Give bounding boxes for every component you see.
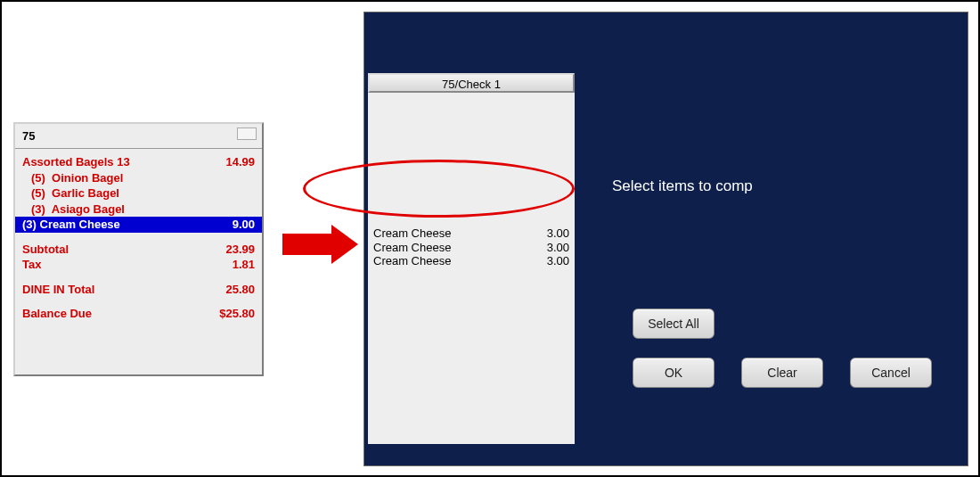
receipt-panel: 75 Assorted Bagels 13 14.99 (5) Oinion B… [13,122,264,376]
comp-item-name: Cream Cheese [373,226,451,241]
comp-line[interactable]: Cream Cheese 3.00 [368,241,575,255]
comp-line[interactable]: Cream Cheese 3.00 [368,226,575,241]
select-all-button[interactable]: Select All [633,308,715,339]
total-label: DINE IN Total [22,282,94,298]
receipt-item-name: (5) Garlic Bagel [22,185,119,201]
receipt-number: 75 [22,129,35,143]
arrow-icon [282,225,358,264]
receipt-item-name: Assorted Bagels 13 [22,154,130,170]
subtotal-label: Subtotal [22,242,69,258]
cancel-button[interactable]: Cancel [850,358,932,388]
check-title: 75/Check 1 [368,73,575,93]
comp-item-price: 3.00 [547,226,569,241]
tax-value: 1.81 [233,257,255,273]
comp-panel: 75/Check 1 Cream Cheese 3.00 Cream Chees… [363,12,968,466]
receipt-header: 75 [15,124,262,149]
receipt-item-price: 14.99 [225,154,255,170]
receipt-subtotal: Subtotal 23.99 [22,242,255,258]
total-value: 25.80 [225,282,255,298]
receipt-total: DINE IN Total 25.80 [22,282,255,298]
balance-label: Balance Due [22,306,92,322]
comp-item-name: Cream Cheese [373,241,451,255]
receipt-item-price: 9.00 [233,217,255,233]
subtotal-value: 23.99 [225,242,255,258]
receipt-line[interactable]: (5) Garlic Bagel [22,185,255,201]
balance-value: $25.80 [219,306,255,322]
receipt-item-name: (3) Asiago Bagel [22,201,125,218]
comp-line[interactable]: Cream Cheese 3.00 [368,254,575,268]
receipt-balance: Balance Due $25.80 [22,306,255,322]
receipt-item-name: (3) Cream Cheese [22,217,120,233]
receipt-line[interactable]: (5) Oinion Bagel [22,170,255,186]
comp-prompt: Select items to comp [612,177,753,195]
receipt-item-name: (5) Oinion Bagel [22,170,123,186]
clear-button[interactable]: Clear [741,358,823,388]
receipt-line[interactable]: Assorted Bagels 13 14.99 [22,154,255,170]
tax-label: Tax [22,257,41,273]
receipt-line-selected[interactable]: (3) Cream Cheese 9.00 [15,217,262,233]
check-column: 75/Check 1 Cream Cheese 3.00 Cream Chees… [368,73,575,444]
comp-item-price: 3.00 [547,241,569,255]
receipt-body: Assorted Bagels 13 14.99 (5) Oinion Bage… [15,149,262,327]
comp-item-price: 3.00 [547,254,569,268]
receipt-tab-icon [237,127,257,140]
check-body: Cream Cheese 3.00 Cream Cheese 3.00 Crea… [368,93,575,268]
ok-button[interactable]: OK [633,358,715,388]
receipt-line[interactable]: (3) Asiago Bagel [22,201,255,218]
receipt-tax: Tax 1.81 [22,257,255,273]
comp-item-name: Cream Cheese [373,254,451,268]
screenshot-frame: 75 Assorted Bagels 13 14.99 (5) Oinion B… [0,0,980,477]
